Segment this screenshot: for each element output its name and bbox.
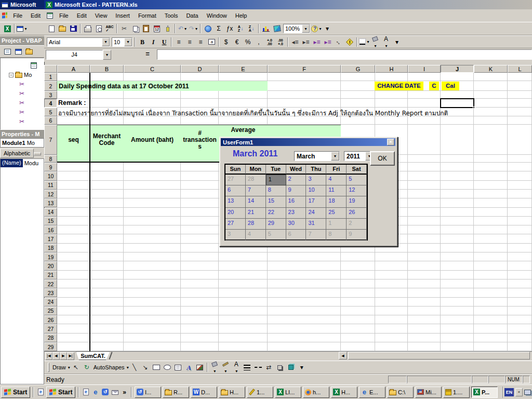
align-center-button[interactable]: ≡ bbox=[184, 37, 195, 47]
calendar-day-25[interactable]: 25 bbox=[326, 208, 347, 219]
font-size-combo[interactable]: 10▼ bbox=[112, 37, 132, 47]
tray-chevron-button[interactable]: « bbox=[515, 388, 523, 396]
merge-center-button[interactable] bbox=[206, 37, 217, 47]
fill-handle[interactable] bbox=[473, 107, 475, 109]
calendar-day-3-adjacent[interactable]: 3 bbox=[225, 230, 246, 241]
dropdown-arrow-icon[interactable]: ▾ bbox=[385, 44, 387, 48]
cell-a5-thai-note[interactable]: อาจมีบางรายการที่ยังไม่สมบูรณ์ เนื่องจาก… bbox=[58, 108, 448, 118]
taskbar-task-1[interactable]: I... bbox=[135, 387, 161, 398]
column-header-G[interactable]: G bbox=[341, 65, 375, 73]
row-header-16[interactable]: 16 bbox=[44, 225, 57, 234]
tree-item-module-5[interactable] bbox=[19, 118, 24, 125]
calendar-day-17[interactable]: 17 bbox=[306, 196, 326, 207]
quicklaunch-mail-icon[interactable] bbox=[111, 388, 119, 397]
dropdown-arrow-icon[interactable]: ▾ bbox=[184, 26, 187, 31]
chevron-down-icon[interactable]: ▼ bbox=[102, 38, 110, 46]
arrow-button[interactable]: ↘ bbox=[140, 362, 151, 373]
print-button[interactable] bbox=[83, 23, 93, 34]
format-painter-button[interactable] bbox=[163, 23, 173, 34]
taskbar-task-13[interactable]: P... bbox=[471, 387, 498, 398]
row-header-14[interactable]: 14 bbox=[44, 208, 57, 217]
calendar-day-22[interactable]: 22 bbox=[266, 208, 286, 219]
start-button-outer[interactable]: Start bbox=[1, 387, 30, 398]
view-excel-button[interactable] bbox=[2, 23, 12, 34]
toolbar-options-2-button[interactable]: ▾ bbox=[392, 37, 402, 47]
row-header-24[interactable]: 24 bbox=[44, 298, 57, 307]
autosum-button[interactable]: Σ bbox=[214, 23, 224, 34]
row-header-4[interactable]: 4 bbox=[44, 99, 57, 108]
row-header-10[interactable]: 10 bbox=[44, 171, 57, 180]
prev-sheet-icon[interactable]: ◀ bbox=[52, 352, 60, 360]
line-button[interactable]: ╲ bbox=[129, 362, 140, 373]
spelling-button[interactable]: ABC✓ bbox=[104, 23, 115, 34]
column-header-I[interactable]: I bbox=[408, 65, 441, 73]
menu-view[interactable]: View bbox=[91, 11, 111, 20]
tree-folder-modules[interactable]: −Mo bbox=[9, 72, 32, 78]
row-header-11[interactable]: 11 bbox=[44, 181, 57, 190]
autoshapes-menu-button[interactable]: AutoShapes▾ bbox=[92, 362, 129, 373]
fill-color-button[interactable]: ▾ bbox=[370, 37, 380, 47]
column-header-C[interactable]: C bbox=[124, 65, 181, 73]
column-header-D[interactable]: D bbox=[181, 65, 219, 73]
row-header-13[interactable]: 13 bbox=[44, 198, 57, 207]
userform-title-bar[interactable]: UserForm1 × bbox=[221, 138, 395, 146]
row-header-28[interactable]: 28 bbox=[44, 334, 57, 342]
font-name-combo[interactable]: Arial▼ bbox=[47, 37, 110, 47]
calendar-day-29[interactable]: 29 bbox=[266, 219, 286, 230]
row-header-1[interactable]: 1 bbox=[44, 73, 57, 81]
insert-object-button[interactable]: ▾ bbox=[17, 23, 27, 34]
menu-help[interactable]: Help bbox=[232, 11, 251, 20]
tab-categorized-partial[interactable] bbox=[34, 152, 41, 155]
dropdown-arrow-icon[interactable]: ▾ bbox=[319, 26, 321, 31]
percent-button[interactable]: % bbox=[243, 37, 253, 47]
row-header-27[interactable]: 27 bbox=[44, 324, 57, 333]
view-code-button[interactable] bbox=[2, 46, 12, 57]
dropdown-arrow-icon[interactable]: ▾ bbox=[24, 26, 26, 31]
header-merchant-code[interactable]: Merchant Code bbox=[90, 125, 124, 155]
header-average[interactable]: Average bbox=[219, 126, 268, 134]
dropdown-arrow-icon[interactable]: ▾ bbox=[367, 39, 369, 44]
calendar-day-10[interactable]: 10 bbox=[306, 185, 326, 196]
calendar-day-5-adjacent[interactable]: 5 bbox=[266, 230, 286, 241]
quicklaunch-ie-doc-icon-2[interactable] bbox=[82, 388, 90, 397]
dropdown-arrow-icon[interactable]: ▾ bbox=[235, 369, 237, 374]
menu-format[interactable]: Format bbox=[135, 11, 160, 20]
line-color-button[interactable]: ▾ bbox=[220, 362, 231, 373]
hscroll-left-icon[interactable]: ◀ bbox=[339, 352, 347, 360]
sort-ascending-button[interactable]: AZ↓ bbox=[235, 23, 246, 34]
calendar-day-6-adjacent[interactable]: 6 bbox=[286, 230, 307, 241]
row-header-3[interactable]: 3 bbox=[44, 91, 57, 99]
calendar-day-19[interactable]: 19 bbox=[347, 196, 367, 207]
header-transactions[interactable]: # transactions bbox=[181, 125, 218, 155]
calendar-day-13[interactable]: 13 bbox=[225, 196, 246, 207]
column-header-H[interactable]: H bbox=[375, 65, 408, 73]
calendar-day-8[interactable]: 8 bbox=[266, 185, 286, 196]
diagonal-arrows-button[interactable]: ↔ bbox=[334, 37, 344, 47]
oval-button[interactable] bbox=[162, 362, 172, 373]
sort-descending-button[interactable]: ZA↓ bbox=[246, 23, 257, 34]
menu-file[interactable]: File bbox=[56, 11, 72, 20]
taskbar-task-3[interactable]: D... bbox=[191, 387, 217, 398]
row-header-9[interactable]: 9 bbox=[44, 163, 57, 171]
bold-button[interactable]: B bbox=[137, 37, 148, 47]
arrow-style-button[interactable]: ⇄ bbox=[264, 362, 274, 373]
calendar-12-button[interactable] bbox=[152, 23, 162, 34]
language-indicator[interactable]: EN bbox=[504, 388, 514, 396]
taskbar-task-12[interactable]: 1.... bbox=[443, 387, 470, 398]
calendar-day-9-adjacent[interactable]: 9 bbox=[347, 230, 367, 241]
menu-tools[interactable]: Tools bbox=[161, 11, 182, 20]
properties-window-header[interactable]: Properties - M bbox=[0, 130, 44, 138]
column-header-J[interactable]: J bbox=[441, 65, 474, 73]
italic-button[interactable]: I bbox=[148, 37, 158, 47]
row-header-6[interactable]: 6 bbox=[44, 116, 57, 125]
euro-button[interactable]: € bbox=[232, 37, 242, 47]
chevron-down-icon[interactable]: ▼ bbox=[331, 152, 339, 161]
quicklaunch-outlook-icon[interactable] bbox=[101, 388, 110, 397]
properties-object-combo[interactable]: Module1 Mo bbox=[0, 138, 44, 148]
formula-input[interactable] bbox=[157, 49, 532, 60]
threed-button[interactable] bbox=[286, 362, 296, 373]
select-objects-button[interactable]: ↖ bbox=[71, 362, 81, 373]
dropdown-arrow-icon[interactable]: ▾ bbox=[195, 26, 197, 31]
taskbar-task-9[interactable]: E... bbox=[359, 387, 385, 398]
calendar-day-11[interactable]: 11 bbox=[326, 185, 347, 196]
